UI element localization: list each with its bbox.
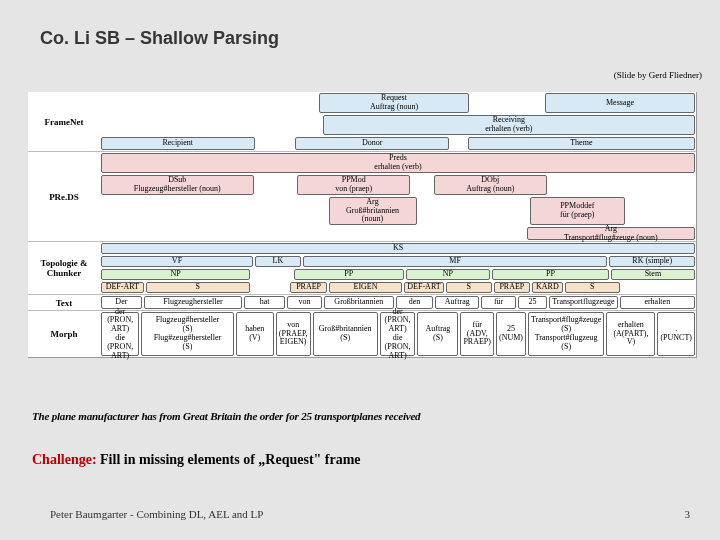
pos: EIGEN [329, 282, 402, 293]
morph: Auftrag (S) [417, 312, 458, 356]
pos: S [446, 282, 492, 293]
morph: erhalten (A(PART), V) [606, 312, 655, 356]
preds-dobj: DObj Auftrag (noun) [434, 175, 547, 195]
fn-donor: Donor [295, 137, 449, 150]
pos: PRAEP [290, 282, 327, 293]
layer-morph: Morph [28, 311, 100, 357]
topo-pp: PP [492, 269, 609, 280]
topo-np: NP [406, 269, 490, 280]
morph: für (ADV, PRAEP) [460, 312, 494, 356]
fn-request: Request Auftrag (noun) [319, 93, 469, 113]
morph: Flugzeug#hersteller (S) Flug#zeug#herste… [141, 312, 233, 356]
challenge-line: Challenge: Fill in missing elements of „… [32, 452, 361, 468]
footer-page: 3 [685, 508, 691, 520]
morph: 25 (NUM) [496, 312, 526, 356]
pos: PRAEP [494, 282, 531, 293]
tok: Transportflugzeuge [549, 296, 617, 309]
tok: erhalten [620, 296, 695, 309]
tok: von [287, 296, 322, 309]
tok: Auftrag [435, 296, 479, 309]
tok: hat [244, 296, 285, 309]
layer-preds: PRe.DS [28, 152, 100, 241]
morph: Transport#flug#zeuge (S) Transport#flugz… [528, 312, 604, 356]
layer-topo: Topologie & Chunker [28, 242, 100, 294]
topo-np: NP [101, 269, 250, 280]
preds-arg1: Arg Groß#britannien (noun) [329, 197, 417, 225]
morph: . (PUNCT) [657, 312, 695, 356]
layer-framenet: FrameNet [28, 92, 100, 151]
tok: Flugzeughersteller [144, 296, 243, 309]
gloss-line: The plane manufacturer has from Great Br… [32, 410, 420, 422]
morph: der (PRON, ART) die (PRON, ART) [380, 312, 416, 356]
topo-lk: LK [255, 256, 301, 267]
topo-ks: KS [101, 243, 695, 254]
topo-vf: VF [101, 256, 253, 267]
topo-stem: Stem [611, 269, 695, 280]
pos: S [565, 282, 620, 293]
preds-dsub: DSub Flugzeug#hersteller (noun) [101, 175, 254, 195]
challenge-label: Challenge: [32, 452, 97, 467]
challenge-text: Fill in missing elements of „Request" fr… [97, 452, 361, 467]
morph: Groß#britannien (S) [313, 312, 378, 356]
tok: für [481, 296, 516, 309]
fn-recipient: Recipient [101, 137, 255, 150]
pos: KARD [532, 282, 562, 293]
tok: Großbritannien [324, 296, 394, 309]
topo-pp: PP [294, 269, 404, 280]
footer-author: Peter Baumgarter - Combining DL, AEL and… [50, 508, 263, 520]
tok: 25 [518, 296, 547, 309]
topo-mf: MF [303, 256, 608, 267]
slide-credit: (Slide by Gerd Fliedner) [614, 70, 702, 80]
pos: DEF-ART [404, 282, 444, 293]
parsing-diagram: FrameNet Request Auftrag (noun) Message … [28, 92, 697, 358]
pos: S [146, 282, 250, 293]
preds-ppmod: PPMod von (praep) [297, 175, 410, 195]
preds-arg2: Arg Transport#flug#zeuge (noun) [527, 227, 695, 240]
preds-ppmoddef: PPModdef für (praep) [530, 197, 625, 225]
morph: der (PRON, ART) die (PRON, ART) [101, 312, 139, 356]
morph: haben (V) [236, 312, 274, 356]
layer-text: Text [28, 295, 100, 310]
fn-message: Message [545, 93, 695, 113]
fn-receiving: Receiving erhalten (verb) [323, 115, 695, 135]
topo-rk: RK (simple) [609, 256, 695, 267]
preds-root: Preds erhalten (verb) [101, 153, 695, 173]
page-title: Co. Li SB – Shallow Parsing [40, 28, 279, 49]
pos: DEF-ART [101, 282, 144, 293]
morph: von (PRAEP, EIGEN) [276, 312, 311, 356]
fn-theme: Theme [468, 137, 695, 150]
